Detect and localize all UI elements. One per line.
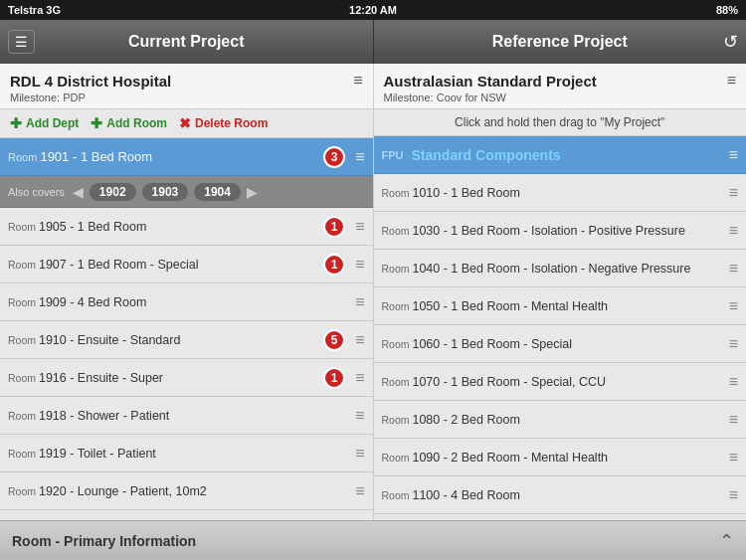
status-bar: Telstra 3G 12:20 AM 88% <box>0 0 746 20</box>
room-text: Room 1919 - Toilet - Patient <box>8 447 351 461</box>
left-panel-menu-icon[interactable]: ≡ <box>353 72 362 90</box>
also-covers-tag-1904[interactable]: 1904 <box>194 183 241 201</box>
also-covers-label: Also covers <box>8 186 65 198</box>
room-menu-icon[interactable]: ≡ <box>729 184 738 202</box>
room-menu-icon[interactable]: ≡ <box>355 445 364 463</box>
room-text: Room 1060 - 1 Bed Room - Special <box>382 337 725 351</box>
room-text: Room 1070 - 1 Bed Room - Special, CCU <box>382 375 725 389</box>
header-right: Reference Project ↺ <box>374 20 747 64</box>
menu-button[interactable]: ☰ <box>8 30 35 54</box>
also-covers-tag-1902[interactable]: 1902 <box>90 183 136 201</box>
refresh-button[interactable]: ↺ <box>723 31 738 53</box>
room-badge: 1 <box>323 254 345 276</box>
ref-note: Click and hold then drag to "My Project" <box>374 109 747 136</box>
delete-room-icon: ✖ <box>179 115 191 131</box>
fpu-label: FPU <box>382 149 404 161</box>
add-dept-icon: ✚ <box>10 115 22 131</box>
add-dept-button[interactable]: ✚ Add Dept <box>10 115 79 131</box>
room-badge: 5 <box>323 329 345 351</box>
time-label: 12:20 AM <box>349 4 397 16</box>
room-menu-icon[interactable]: ≡ <box>355 482 364 500</box>
room-text: Room 1090 - 2 Bed Room - Mental Health <box>382 451 725 465</box>
list-item[interactable]: Room 1905 - 1 Bed Room 1 ≡ <box>0 208 373 246</box>
left-milestone: Milestone: PDP <box>10 92 86 103</box>
right-milestone: Milestone: Coov for NSW <box>384 92 506 103</box>
list-item[interactable]: Room 1100 - 4 Bed Room ≡ <box>374 476 747 514</box>
left-panel-title: Current Project <box>128 33 244 51</box>
list-item[interactable]: Room 1030 - 1 Bed Room - Isolation - Pos… <box>374 212 747 250</box>
list-item[interactable]: Room 1110 - ADL Bathroom ≡ <box>374 514 747 520</box>
left-panel: RDL 4 District Hospital ≡ Milestone: PDP… <box>0 64 374 520</box>
room-menu-icon[interactable]: ≡ <box>729 260 738 278</box>
list-item[interactable]: Room 1070 - 1 Bed Room - Special, CCU ≡ <box>374 363 747 401</box>
list-item[interactable]: Room 1060 - 1 Bed Room - Special ≡ <box>374 325 747 363</box>
list-item[interactable]: Room 1921 - Bay - Handwashing, Type B ≡ <box>0 510 373 520</box>
bottom-bar-title: Room - Primary Information <box>12 533 196 549</box>
room-menu-icon[interactable]: ≡ <box>355 520 364 521</box>
room-badge: 1 <box>323 216 345 238</box>
list-item[interactable]: Room 1920 - Lounge - Patient, 10m2 ≡ <box>0 472 373 510</box>
list-item[interactable]: Room 1090 - 2 Bed Room - Mental Health ≡ <box>374 439 747 476</box>
bottom-bar: Room - Primary Information ⌃ <box>0 520 746 560</box>
room-text: Room 1916 - Ensuite - Super <box>8 371 323 385</box>
room-menu-icon[interactable]: ≡ <box>729 222 738 240</box>
list-item[interactable]: Room 1010 - 1 Bed Room ≡ <box>374 174 747 212</box>
room-menu-icon[interactable]: ≡ <box>729 411 738 429</box>
delete-room-button[interactable]: ✖ Delete Room <box>179 115 268 131</box>
list-item[interactable]: Room 1909 - 4 Bed Room ≡ <box>0 283 373 321</box>
list-item[interactable]: Room 1080 - 2 Bed Room ≡ <box>374 401 747 439</box>
room-menu-icon[interactable]: ≡ <box>729 486 738 504</box>
also-covers-row: Also covers ◀ 1902 1903 1904 ▶ <box>0 176 373 208</box>
list-item[interactable]: Room 1910 - Ensuite - Standard 5 ≡ <box>0 321 373 359</box>
room-menu-icon[interactable]: ≡ <box>355 293 364 311</box>
room-text: Room 1030 - 1 Bed Room - Isolation - Pos… <box>382 224 725 238</box>
room-menu-icon[interactable]: ≡ <box>729 335 738 353</box>
list-item[interactable]: Room 1918 - Shower - Patient ≡ <box>0 397 373 435</box>
room-menu-icon[interactable]: ≡ <box>355 256 364 274</box>
fpu-header: FPU Standard Components ≡ <box>374 136 747 174</box>
room-menu-icon[interactable]: ≡ <box>355 407 364 425</box>
left-room-list[interactable]: Room 1901 - 1 Bed Room 3 ≡ Also covers ◀… <box>0 138 373 520</box>
also-covers-next-arrow[interactable]: ▶ <box>247 184 258 200</box>
delete-room-label: Delete Room <box>195 116 268 130</box>
also-covers-prev-arrow[interactable]: ◀ <box>73 184 84 200</box>
battery-label: 88% <box>716 4 738 16</box>
room-menu-icon[interactable]: ≡ <box>729 449 738 467</box>
right-room-list[interactable]: FPU Standard Components ≡ Room 1010 - 1 … <box>374 136 747 520</box>
room-text: Room 1010 - 1 Bed Room <box>382 186 725 200</box>
room-text: Room 1100 - 4 Bed Room <box>382 488 725 502</box>
fpu-title: Standard Components <box>412 147 725 163</box>
room-menu-icon[interactable]: ≡ <box>355 218 364 236</box>
list-item[interactable]: Room 1916 - Ensuite - Super 1 ≡ <box>0 359 373 397</box>
room-text: Room 1918 - Shower - Patient <box>8 409 351 423</box>
fpu-menu-icon[interactable]: ≡ <box>729 146 738 164</box>
list-item[interactable]: Room 1050 - 1 Bed Room - Mental Health ≡ <box>374 287 747 325</box>
add-room-label: Add Room <box>106 116 167 130</box>
list-item[interactable]: Room 1907 - 1 Bed Room - Special 1 ≡ <box>0 246 373 283</box>
bottom-bar-chevron-icon[interactable]: ⌃ <box>719 530 734 552</box>
add-room-icon: ✚ <box>91 115 102 131</box>
selected-room-text: 1901 - 1 Bed Room <box>40 149 152 164</box>
selected-room-menu-icon[interactable]: ≡ <box>355 148 364 166</box>
left-panel-header: RDL 4 District Hospital ≡ Milestone: PDP <box>0 64 373 109</box>
room-menu-icon[interactable]: ≡ <box>729 297 738 315</box>
add-room-button[interactable]: ✚ Add Room <box>91 115 167 131</box>
room-menu-icon[interactable]: ≡ <box>355 369 364 387</box>
header-left: ☰ Current Project <box>0 20 374 64</box>
room-text: Room 1050 - 1 Bed Room - Mental Health <box>382 299 725 313</box>
right-panel-menu-icon[interactable]: ≡ <box>727 72 736 90</box>
room-text: Room 1080 - 2 Bed Room <box>382 413 725 427</box>
room-badge: 1 <box>323 367 345 389</box>
list-item[interactable]: Room 1040 - 1 Bed Room - Isolation - Neg… <box>374 250 747 287</box>
room-text: Room 1905 - 1 Bed Room <box>8 220 323 234</box>
list-item[interactable]: Room 1919 - Toilet - Patient ≡ <box>0 435 373 472</box>
right-project-name: Australasian Standard Project <box>384 73 597 90</box>
header: ☰ Current Project Reference Project ↺ <box>0 20 746 64</box>
main-content: RDL 4 District Hospital ≡ Milestone: PDP… <box>0 64 746 520</box>
left-toolbar: ✚ Add Dept ✚ Add Room ✖ Delete Room <box>0 109 373 138</box>
left-project-name: RDL 4 District Hospital <box>10 73 171 90</box>
room-menu-icon[interactable]: ≡ <box>729 373 738 391</box>
room-menu-icon[interactable]: ≡ <box>355 331 364 349</box>
selected-room-item[interactable]: Room 1901 - 1 Bed Room 3 ≡ <box>0 138 373 176</box>
also-covers-tag-1903[interactable]: 1903 <box>142 183 189 201</box>
